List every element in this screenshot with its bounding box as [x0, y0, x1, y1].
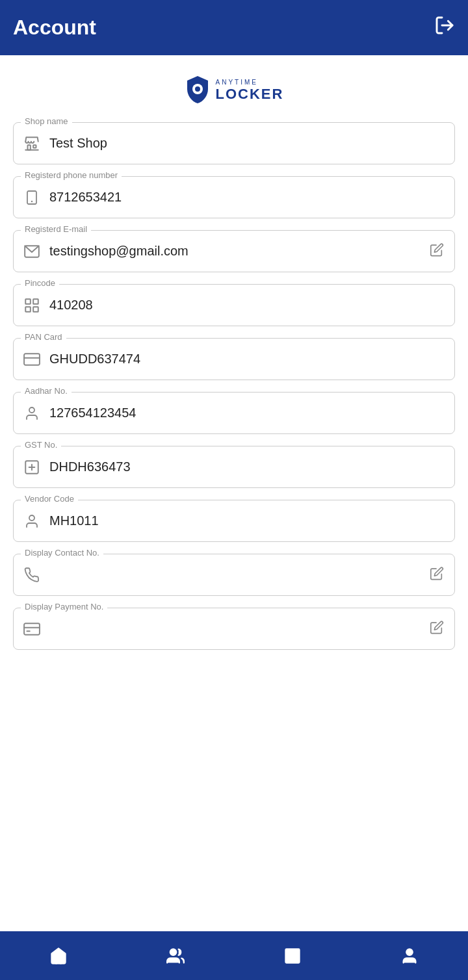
- aadhar-box: 127654123454: [13, 392, 455, 434]
- svg-rect-12: [25, 307, 31, 312]
- shop-name-label: Shop name: [21, 116, 72, 126]
- email-value: testingshop@gmail.com: [49, 244, 188, 259]
- field-phone: Registerd phone number 8712653421: [13, 176, 455, 218]
- pincode-label: Pincode: [21, 278, 59, 288]
- phone-box: 8712653421: [13, 176, 455, 218]
- aadhar-value: 127654123454: [49, 406, 136, 420]
- nav-account[interactable]: [387, 942, 432, 970]
- nav-chart[interactable]: [270, 942, 315, 970]
- vendor-value: MH1011: [49, 513, 99, 528]
- field-shop-name: Shop name Test Shop: [13, 122, 455, 164]
- pan-box: GHUDD637474: [13, 338, 455, 380]
- plus-square-icon: [23, 459, 41, 476]
- display-payment-box: [13, 608, 455, 650]
- pincode-box: 410208: [13, 284, 455, 326]
- logout-icon: [434, 15, 455, 36]
- pan-label: PAN Card: [21, 332, 66, 342]
- card-icon: [23, 351, 41, 368]
- logo-shield-icon: [185, 75, 211, 106]
- svg-rect-10: [25, 299, 31, 304]
- vendor-box: MH1011: [13, 500, 455, 542]
- svg-point-20: [29, 515, 34, 521]
- field-display-payment: Display Payment No.: [13, 608, 455, 650]
- vendor-label: Vendor Code: [21, 494, 78, 504]
- person-small-icon: [23, 513, 41, 529]
- phone-icon: [23, 190, 41, 205]
- field-email: Registerd E-mail testingshop@gmail.com: [13, 230, 455, 272]
- logo-container: ANYTIME LOCKER: [185, 75, 284, 106]
- field-pincode: Pincode 410208: [13, 284, 455, 326]
- page-title: Account: [13, 16, 96, 40]
- phone-value: 8712653421: [49, 190, 122, 205]
- logo-area: ANYTIME LOCKER: [13, 68, 455, 122]
- email-edit-button[interactable]: [430, 242, 444, 260]
- shop-name-box: Test Shop: [13, 122, 455, 164]
- group-icon: [166, 947, 185, 965]
- main-content: ANYTIME LOCKER Shop name Test Shop Regis…: [0, 55, 468, 931]
- account-icon: [400, 947, 419, 965]
- gst-box: DHDH636473: [13, 446, 455, 488]
- svg-point-16: [29, 407, 34, 413]
- payment-icon: [23, 621, 41, 638]
- svg-rect-13: [33, 307, 38, 312]
- gst-value: DHDH636473: [49, 459, 131, 474]
- svg-point-30: [406, 949, 412, 955]
- nav-group[interactable]: [153, 942, 198, 970]
- display-payment-label: Display Payment No.: [21, 602, 107, 612]
- field-gst: GST No. DHDH636473: [13, 446, 455, 488]
- field-vendor: Vendor Code MH1011: [13, 500, 455, 542]
- field-aadhar: Aadhar No. 127654123454: [13, 392, 455, 434]
- logo-locker: LOCKER: [216, 86, 284, 103]
- bottom-navigation: [0, 931, 468, 980]
- building-icon: [23, 297, 41, 314]
- svg-rect-4: [28, 145, 31, 150]
- phone-label: Registerd phone number: [21, 170, 122, 180]
- svg-rect-11: [33, 299, 38, 304]
- field-pan: PAN Card GHUDD637474: [13, 338, 455, 380]
- svg-rect-3: [197, 84, 198, 86]
- svg-point-24: [170, 949, 176, 955]
- logout-button[interactable]: [434, 15, 455, 40]
- svg-rect-5: [33, 145, 36, 148]
- field-display-contact: Display Contact No.: [13, 554, 455, 596]
- display-contact-label: Display Contact No.: [21, 548, 103, 558]
- home-icon: [49, 947, 68, 965]
- pan-value: GHUDD637474: [49, 352, 140, 367]
- chart-icon: [283, 947, 302, 965]
- store-icon: [23, 135, 41, 152]
- person-icon: [23, 406, 41, 421]
- aadhar-label: Aadhar No.: [21, 386, 72, 396]
- svg-rect-21: [24, 623, 40, 634]
- logo-text: ANYTIME LOCKER: [216, 79, 284, 103]
- gst-label: GST No.: [21, 440, 61, 450]
- pincode-value: 410208: [49, 298, 93, 313]
- display-contact-edit-button[interactable]: [430, 566, 444, 584]
- app-header: Account: [0, 0, 468, 55]
- shop-name-value: Test Shop: [49, 136, 107, 151]
- logo-anytime: ANYTIME: [216, 79, 284, 86]
- phone-small-icon: [23, 567, 41, 583]
- email-icon: [23, 243, 41, 260]
- email-label: Registerd E-mail: [21, 224, 91, 234]
- display-contact-box: [13, 554, 455, 596]
- nav-home[interactable]: [36, 942, 81, 970]
- svg-rect-14: [24, 354, 40, 365]
- svg-point-2: [195, 86, 200, 92]
- email-box: testingshop@gmail.com: [13, 230, 455, 272]
- display-payment-edit-button[interactable]: [430, 620, 444, 638]
